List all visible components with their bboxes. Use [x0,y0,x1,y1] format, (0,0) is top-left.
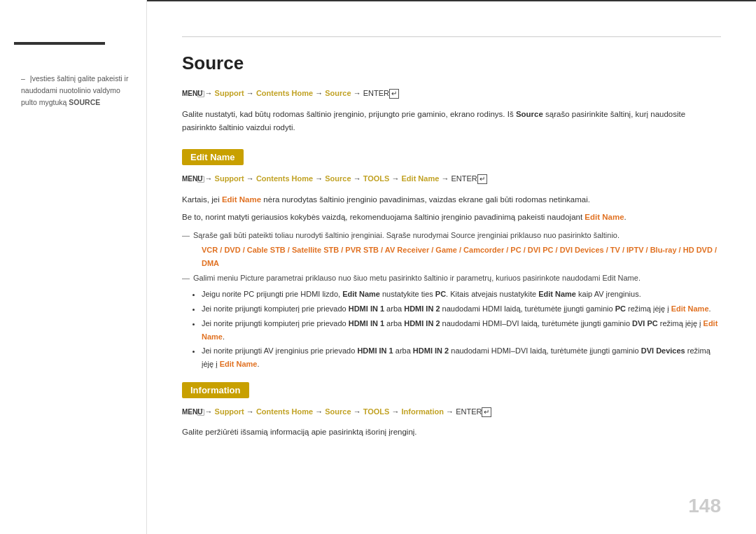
edit-name-note2: Be to, norint matyti geriausios kokybės … [182,211,721,225]
inf-support-link: Support [215,407,244,416]
b2-hdmi2: HDMI IN 2 [404,304,440,313]
enter-icon-1: ↵ [389,89,399,99]
b4-hdmi2: HDMI IN 2 [413,346,449,355]
contents-home-link: Contents Home [256,89,313,97]
page-title: Source [182,52,721,74]
enter-icon-2: ↵ [477,174,487,184]
information-menu-path: MENU⃞ → Support → Contents Home → Source… [182,405,721,419]
inf-tools-link: TOOLS [363,407,390,416]
bullet-item-4: Jei norite prijungti AV įrenginius prie … [202,344,721,370]
en-source-link: Source [325,174,351,183]
b2-pc: PC [615,304,626,313]
sidebar-decoration-bar [14,42,105,45]
b4-hdmi1: HDMI IN 1 [357,346,393,355]
inf-contents-home-link: Contents Home [256,407,313,416]
edit-name-bold-2: Edit Name [584,213,624,221]
sidebar-note: – Įvesties šaltinį galite pakeisti ir na… [14,73,132,108]
support-link: Support [215,89,244,97]
edit-name-bold-1: Edit Name [222,195,261,204]
bullet-item-1: Jeigu norite PC prijungti prie HDMI lizd… [202,288,721,301]
source-ref: Source [451,231,475,239]
edit-name-ref-2: Edit Name [603,274,638,282]
b2-hdmi1: HDMI IN 1 [349,304,384,313]
b1-pc: PC [435,290,446,298]
edit-name-menu-path: MENU⃞ → Support → Contents Home → Source… [182,172,721,186]
inf-source-link: Source [325,407,351,416]
b3-dvipc: DVI PC [632,319,658,328]
bullet-item-3: Jei norite prijungti kompiuterį prie pri… [202,317,721,343]
top-divider [182,36,721,37]
enter-icon-3: ↵ [482,407,491,417]
sidebar-source-keyword: SOURCE [69,98,100,106]
b3-hdmi1: HDMI IN 1 [349,319,384,328]
source-bold: Source [516,110,543,118]
dash-note-2: Galimi meniu Picture parametrai priklaus… [182,272,721,284]
page-number: 148 [688,495,721,517]
information-heading: Information [182,382,249,398]
picture-ref: Picture [240,274,264,282]
source-menu-path: MENU⃞ → Support → Contents Home → Source… [182,87,721,101]
b1-editname2: Edit Name [538,290,576,298]
b4-dvidev: DVI Devices [641,346,685,355]
bullet-list: Jeigu norite PC prijungti prie HDMI lizd… [182,288,721,370]
en-support-link: Support [215,174,244,183]
inf-info-link: Information [402,407,444,416]
b4-editname: Edit Name [220,360,258,368]
b1-editname: Edit Name [342,290,380,298]
menu-icon-3: MENU [182,408,202,416]
devices-list: VCR / DVD / Cable STB / Satellite STB / … [202,244,721,269]
source-link: Source [325,89,351,97]
en-editname-link: Edit Name [402,174,440,183]
en-contents-home-link: Contents Home [256,174,313,183]
menu-icon-1: MENU [182,90,202,97]
information-text: Galite peržiūrėti išsamią informaciją ap… [182,426,721,440]
dash-note-1: Sąraše gali būti pateikti toliau nurodyt… [182,229,721,241]
b3-hdmi2: HDMI IN 2 [404,319,440,328]
devices-text: VCR / DVD / Cable STB / Satellite STB / … [202,246,717,267]
edit-name-heading: Edit Name [182,149,244,165]
source-intro: Galite nustatyti, kad būtų rodomas šalti… [182,108,721,135]
sidebar-dash: – [21,73,25,85]
sidebar: – Įvesties šaltinį galite pakeisti ir na… [0,0,147,534]
main-content: Source MENU⃞ → Support → Contents Home →… [147,0,756,534]
en-tools-link: TOOLS [363,174,390,183]
b2-editname: Edit Name [671,304,709,313]
menu-icon-2: MENU [182,175,202,183]
edit-name-note1: Kartais, jei Edit Name nėra nurodytas ša… [182,193,721,207]
bullet-item-2: Jei norite prijungti kompiuterį prie pri… [202,302,721,316]
